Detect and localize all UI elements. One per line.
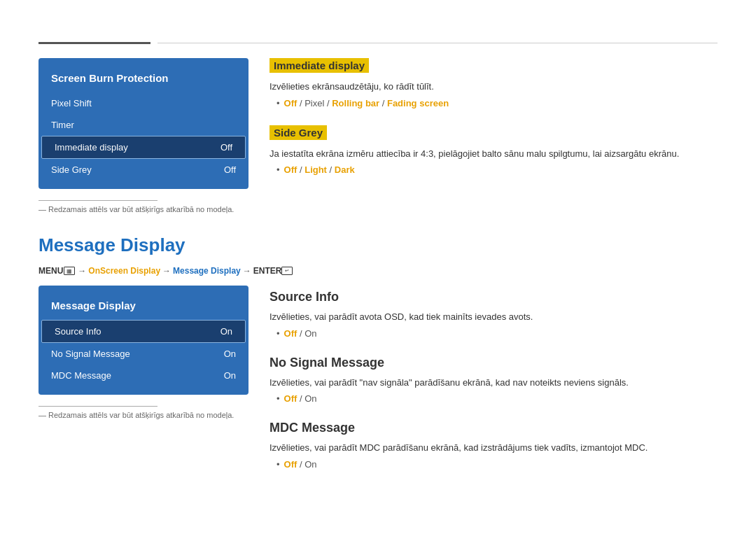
side-grey-value: Off xyxy=(224,164,236,175)
source-info-detail: Source Info Izvēlieties, vai parādīt avo… xyxy=(270,290,718,339)
screen-burn-menu: Screen Burn Protection Pixel Shift Timer… xyxy=(38,58,248,189)
option-fading: Fading screen xyxy=(387,98,449,108)
right-col-top: Immediate display Izvēlieties ekrānsaudz… xyxy=(270,58,718,213)
option-on-3: On xyxy=(304,459,316,470)
menu-item-source-info[interactable]: Source Info On xyxy=(41,320,246,343)
option-pixel: Pixel xyxy=(304,98,324,108)
menu-item-timer[interactable]: Timer xyxy=(38,114,248,136)
footnote-line xyxy=(38,200,158,201)
footnote-text-top: ― Redzamais attēls var būt atšķirīgs atk… xyxy=(38,205,248,213)
source-info-title: Source Info xyxy=(270,290,718,304)
option-off-2: Off xyxy=(284,164,298,175)
nav-arrow-1: → xyxy=(78,266,86,276)
mdc-detail: MDC Message Izvēlieties, vai parādīt MDC… xyxy=(270,421,718,470)
menu-item-immediate-display[interactable]: Immediate display Off xyxy=(41,136,246,159)
no-signal-bullet: • Off / On xyxy=(270,393,718,404)
message-display-heading: Message Display xyxy=(38,234,718,256)
no-signal-title: No Signal Message xyxy=(270,356,718,370)
nav-message-display: Message Display xyxy=(173,266,241,276)
sep3: / xyxy=(379,98,387,108)
side-grey-title: Side Grey xyxy=(270,125,327,140)
bullet-dot-2: • xyxy=(276,164,280,175)
nav-arrow-3: → xyxy=(243,266,251,276)
menu-item-no-signal[interactable]: No Signal Message On xyxy=(38,343,248,365)
immediate-display-info: Immediate display Izvēlieties ekrānsaudz… xyxy=(270,58,718,108)
sep4: / xyxy=(297,164,304,175)
option-on-2: On xyxy=(304,393,316,404)
sep6: / xyxy=(297,328,304,339)
menu-title: Screen Burn Protection xyxy=(38,66,248,92)
message-display-menu: Message Display Source Info On No Signal… xyxy=(38,286,248,395)
message-display-section: Message Display MENU ▦ → OnScreen Displa… xyxy=(38,234,718,486)
pixel-shift-label: Pixel Shift xyxy=(51,98,92,108)
sep2: / xyxy=(324,98,332,108)
immediate-display-desc: Izvēlieties ekrānsaudzētāju, ko rādīt tū… xyxy=(270,80,718,94)
immediate-display-title: Immediate display xyxy=(270,58,369,73)
footnote-text-bottom: ― Redzamais attēls var būt atšķirīgs atk… xyxy=(38,411,248,419)
menu-item-mdc[interactable]: MDC Message On xyxy=(38,365,248,386)
mdc-label: MDC Message xyxy=(51,370,111,381)
side-grey-info: Side Grey Ja iestatīta ekrāna izmēru att… xyxy=(270,125,718,176)
sep7: / xyxy=(297,393,304,404)
immediate-display-label: Immediate display xyxy=(55,142,128,153)
nav-arrow-2: → xyxy=(162,266,171,276)
menu-item-side-grey[interactable]: Side Grey Off xyxy=(38,159,248,181)
no-signal-label: No Signal Message xyxy=(51,349,130,359)
bullet-dot-4: • xyxy=(276,393,280,404)
screen-burn-section: Screen Burn Protection Pixel Shift Timer… xyxy=(38,58,718,213)
side-grey-desc: Ja iestatīta ekrāna izmēru attiecība ir … xyxy=(270,147,718,161)
immediate-options: Off / Pixel / Rolling bar / Fading scree… xyxy=(284,98,449,108)
message-display-cols: Message Display Source Info On No Signal… xyxy=(38,286,718,486)
option-on-1: On xyxy=(304,328,316,339)
message-display-menu-title: Message Display xyxy=(38,294,248,320)
immediate-display-bullet: • Off / Pixel / Rolling bar / Fading scr… xyxy=(270,98,718,108)
option-off-3: Off xyxy=(284,328,298,339)
left-col-top: Screen Burn Protection Pixel Shift Timer… xyxy=(38,58,248,213)
menu-item-pixel-shift[interactable]: Pixel Shift xyxy=(38,92,248,114)
sep1: / xyxy=(297,98,304,108)
menu-icon: ▦ xyxy=(64,267,75,275)
divider-right xyxy=(158,43,718,43)
option-light: Light xyxy=(304,164,327,175)
footnote-top: ― Redzamais attēls var būt atšķirīgs atk… xyxy=(38,200,248,213)
option-dark: Dark xyxy=(335,164,355,175)
nav-menu: MENU xyxy=(38,266,63,276)
no-signal-options: Off / On xyxy=(284,393,317,404)
source-info-label: Source Info xyxy=(55,326,102,337)
mdc-title: MDC Message xyxy=(270,421,718,435)
footnote-line-2 xyxy=(38,406,158,407)
no-signal-desc: Izvēlieties, vai parādīt "nav signāla" p… xyxy=(270,376,718,390)
mdc-desc: Izvēlieties, vai parādīt MDC parādīšanu … xyxy=(270,441,718,455)
nav-path: MENU ▦ → OnScreen Display → Message Disp… xyxy=(38,266,718,276)
nav-onscreen: OnScreen Display xyxy=(88,266,160,276)
divider-left xyxy=(38,42,150,44)
bullet-dot-5: • xyxy=(276,459,280,470)
mdc-options: Off / On xyxy=(284,459,317,470)
option-off-5: Off xyxy=(284,459,298,470)
side-grey-bullet: • Off / Light / Dark xyxy=(270,164,718,175)
no-signal-detail: No Signal Message Izvēlieties, vai parād… xyxy=(270,356,718,405)
option-rolling: Rolling bar xyxy=(332,98,379,108)
top-divider xyxy=(38,42,718,44)
option-off-4: Off xyxy=(284,393,298,404)
mdc-bullet: • Off / On xyxy=(270,459,718,470)
right-col-bottom: Source Info Izvēlieties, vai parādīt avo… xyxy=(270,286,718,486)
bullet-dot-3: • xyxy=(276,328,280,339)
source-info-options: Off / On xyxy=(284,328,317,339)
side-grey-options: Off / Light / Dark xyxy=(284,164,355,175)
page: Screen Burn Protection Pixel Shift Timer… xyxy=(0,0,756,534)
side-grey-label: Side Grey xyxy=(51,164,92,175)
mdc-value: On xyxy=(224,370,236,381)
option-off-1: Off xyxy=(284,98,298,108)
left-col-bottom: Message Display Source Info On No Signal… xyxy=(38,286,248,486)
source-info-value: On xyxy=(220,326,232,337)
footnote-bottom: ― Redzamais attēls var būt atšķirīgs atk… xyxy=(38,406,248,419)
source-info-desc: Izvēlieties, vai parādīt avota OSD, kad … xyxy=(270,310,718,324)
sep5: / xyxy=(327,164,335,175)
bullet-dot-1: • xyxy=(276,98,280,108)
nav-enter: ENTER xyxy=(253,266,282,276)
timer-label: Timer xyxy=(51,120,74,130)
source-info-bullet: • Off / On xyxy=(270,328,718,339)
enter-icon: ↵ xyxy=(281,267,293,275)
sep8: / xyxy=(297,459,304,470)
